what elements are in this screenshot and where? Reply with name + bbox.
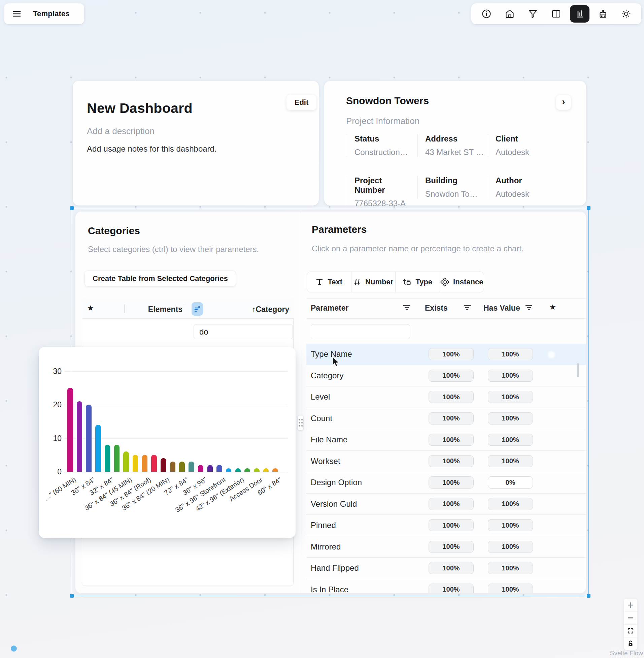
table-row[interactable]: Version Guid100%100% [306, 494, 586, 515]
favorite-star-icon[interactable]: ★ [549, 303, 556, 312]
pane-resize-grip[interactable] [298, 415, 304, 431]
zoom-in-icon[interactable] [624, 599, 637, 612]
zoom-out-icon[interactable] [624, 612, 637, 624]
bar[interactable] [179, 462, 185, 472]
bar[interactable] [272, 468, 278, 472]
bar[interactable] [151, 455, 157, 472]
parameter-name[interactable]: Version Guid [311, 499, 357, 509]
table-row[interactable]: Is In Place100%100% [306, 579, 586, 594]
bar[interactable] [142, 455, 148, 472]
has-value-percentage[interactable]: 100% [488, 412, 533, 424]
theme-sun-icon[interactable] [616, 5, 636, 23]
split-panel-icon[interactable] [546, 5, 566, 23]
table-row[interactable]: Workset100%100% [306, 451, 586, 473]
resize-handle-se[interactable] [587, 594, 591, 598]
templates-button[interactable]: Templates [4, 3, 84, 24]
parameter-name[interactable]: Mirrored [311, 542, 341, 551]
exists-percentage[interactable]: 100% [429, 498, 474, 510]
create-table-button[interactable]: Create Table from Selected Categories [85, 270, 236, 286]
dashboard-usage-notes[interactable]: Add usage notes for this dashboard. [87, 144, 217, 154]
brush-icon[interactable] [593, 5, 613, 23]
has-value-percentage[interactable]: 100% [488, 541, 533, 553]
filter-sort-icon[interactable] [525, 304, 533, 311]
table-row[interactable]: Category100%100% [306, 365, 586, 387]
bar[interactable] [67, 388, 73, 472]
has-value-percentage[interactable]: 0% [488, 476, 533, 488]
edit-button[interactable]: Edit [286, 95, 317, 110]
exists-percentage[interactable]: 100% [429, 455, 474, 467]
exists-percentage[interactable]: 100% [429, 370, 474, 382]
bar[interactable] [263, 468, 269, 472]
bar[interactable] [235, 468, 241, 472]
bar[interactable] [133, 455, 138, 472]
bar-chart-icon[interactable] [570, 5, 590, 23]
parameter-name[interactable]: Design Option [311, 478, 362, 487]
table-row[interactable]: Level100%100% [306, 387, 586, 408]
tab-type[interactable]: Type [395, 272, 440, 292]
has-value-percentage[interactable]: 100% [488, 370, 533, 382]
bar[interactable] [95, 425, 101, 472]
parameter-name[interactable]: Count [311, 414, 332, 423]
parameter-name[interactable]: Level [311, 392, 330, 402]
has-value-column-header[interactable]: Has Value [483, 304, 520, 313]
dashboard-description-placeholder[interactable]: Add a description [87, 126, 155, 136]
exists-percentage[interactable]: 100% [429, 348, 474, 360]
resize-handle-ne[interactable] [587, 206, 591, 210]
table-row[interactable]: Mirrored100%100% [306, 536, 586, 558]
bar[interactable] [77, 401, 83, 472]
has-value-percentage[interactable]: 100% [488, 562, 533, 574]
tab-number[interactable]: Number [351, 272, 396, 292]
table-row[interactable]: Design Option100%0% [306, 472, 586, 494]
has-value-percentage[interactable]: 100% [488, 348, 533, 360]
parameter-name[interactable]: Is In Place [311, 585, 348, 593]
has-value-percentage[interactable]: 100% [488, 391, 533, 403]
bar[interactable] [207, 465, 213, 472]
chart-node[interactable]: 3020100…" (60 MIN)36" x 84"32" x 84"36" … [39, 347, 296, 538]
parameter-column-header[interactable]: Parameter [311, 304, 349, 313]
exists-percentage[interactable]: 100% [429, 541, 474, 553]
scrollbar-thumb[interactable] [577, 363, 579, 377]
parameter-name[interactable]: File Name [311, 435, 347, 444]
hamburger-icon[interactable] [13, 10, 21, 17]
filter-sort-icon[interactable] [402, 304, 411, 311]
exists-column-header[interactable]: Exists [425, 304, 448, 313]
tab-text[interactable]: Text [307, 272, 351, 292]
elements-column-header[interactable]: Elements [147, 305, 184, 314]
parameter-filter-input[interactable] [311, 324, 410, 339]
exists-percentage[interactable]: 100% [429, 562, 474, 574]
parameter-name[interactable]: Pinned [311, 521, 336, 530]
category-sort-header[interactable]: ↑Category [252, 305, 291, 314]
bar[interactable] [123, 452, 129, 472]
lock-icon[interactable] [624, 637, 637, 650]
info-icon[interactable] [477, 5, 496, 23]
resize-handle-nw[interactable] [70, 206, 74, 210]
bar[interactable] [198, 465, 204, 472]
bar[interactable] [161, 458, 166, 472]
has-value-percentage[interactable]: 100% [488, 498, 533, 510]
bar[interactable] [226, 468, 232, 472]
fit-view-icon[interactable] [624, 624, 637, 637]
favorite-star-icon[interactable]: ★ [87, 304, 94, 313]
has-value-percentage[interactable]: 100% [488, 519, 533, 531]
table-row[interactable]: Type Name100%100% [306, 344, 586, 365]
exists-percentage[interactable]: 100% [429, 434, 474, 446]
exists-percentage[interactable]: 100% [429, 476, 474, 488]
has-value-percentage[interactable]: 100% [488, 584, 533, 593]
bar[interactable] [254, 468, 259, 472]
bar[interactable] [188, 462, 194, 472]
category-filter-input[interactable] [193, 324, 293, 339]
bar[interactable] [86, 404, 92, 472]
has-value-percentage[interactable]: 100% [488, 455, 533, 467]
has-value-percentage[interactable]: 100% [488, 434, 533, 446]
parameter-name[interactable]: Workset [311, 457, 340, 466]
bar[interactable] [245, 468, 250, 472]
bar[interactable] [170, 462, 176, 472]
parameter-name[interactable]: Type Name [311, 349, 352, 359]
filter-active-icon[interactable] [191, 302, 203, 316]
home-icon[interactable] [500, 5, 520, 23]
resize-handle-sw[interactable] [70, 594, 74, 598]
parameter-name[interactable]: Hand Flipped [311, 563, 359, 573]
chevron-right-icon[interactable]: › [556, 95, 571, 110]
flow-canvas[interactable]: Templates New Dashboard Edit Add a descr… [0, 0, 644, 658]
exists-percentage[interactable]: 100% [429, 412, 474, 424]
